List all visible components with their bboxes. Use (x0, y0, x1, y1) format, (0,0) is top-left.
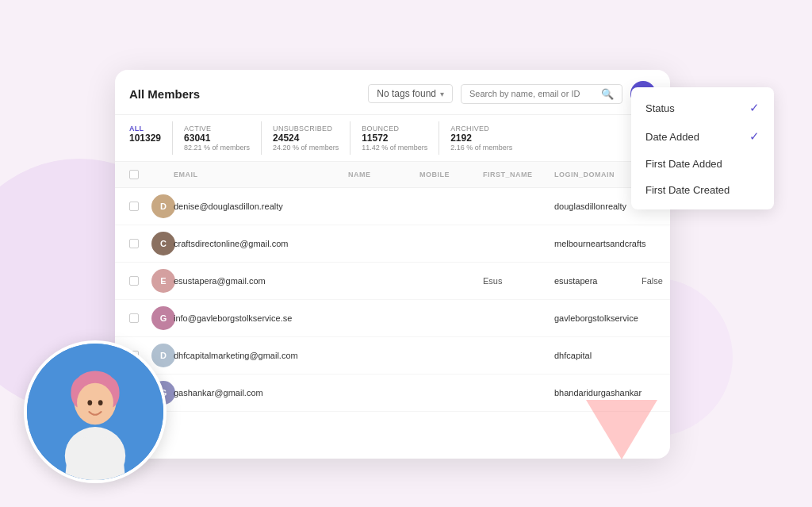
tag-dropdown[interactable]: No tags found ▾ (368, 84, 453, 103)
stat-value-active: 63041 (184, 133, 250, 144)
stat-value-all: 101329 (129, 133, 161, 144)
cell-domain: gavleborgstolkservice (554, 313, 642, 324)
page-title: All Members (129, 87, 200, 101)
th-email: EMAIL (174, 171, 348, 179)
select-all-checkbox[interactable] (129, 170, 139, 179)
stat-all[interactable]: ALL 101329 (129, 121, 173, 155)
th-mobile: MOBILE (419, 171, 483, 179)
avatar: C (151, 232, 175, 255)
dropdown-item-first-date-added[interactable]: First Date Added (631, 151, 774, 177)
cell-email: craftsdirectonline@gmail.com (174, 239, 348, 248)
row-checkbox-cell (129, 202, 151, 211)
table-body: D denise@douglasdillon.realty douglasdil… (115, 188, 670, 412)
dropdown-item-date-added[interactable]: Date Added ✓ (631, 122, 774, 151)
stats-row: ALL 101329 ACTIVE 63041 82.21 % of membe… (115, 115, 670, 162)
th-firstname: first_name (483, 171, 554, 179)
cell-domain: bhandaridurgashankar (554, 387, 642, 398)
search-input[interactable] (469, 89, 596, 98)
avatar: D (151, 194, 175, 218)
header-right: No tags found ▾ 🔍 ⚙ (368, 81, 656, 106)
table-head: EMAIL NAME MOBILE first_name login_domai… (115, 162, 670, 188)
search-icon[interactable]: 🔍 (601, 88, 614, 100)
stat-archived[interactable]: ARCHIVED 2192 2.16 % of members (450, 121, 523, 155)
triangle-decoration (586, 400, 657, 459)
stat-unsubscribed[interactable]: UNSUBSCRIBED 24524 24.20 % of members (273, 121, 350, 155)
cell-email: esustapera@gmail.com (174, 276, 348, 286)
cell-sell-online: False (642, 276, 670, 286)
cell-email: info@gavleborgstolkservice.se (174, 313, 348, 323)
svg-point-7 (98, 400, 103, 405)
chevron-down-icon: ▾ (440, 90, 444, 98)
table-row: E esustapera@gmail.com Esus esustapera F… (115, 263, 670, 300)
cell-firstname: Esus (483, 276, 554, 286)
stat-label-all: ALL (129, 125, 161, 133)
svg-point-5 (77, 383, 113, 423)
th-name: NAME (348, 171, 419, 179)
stat-bounced[interactable]: BOUNCED 11572 11.42 % of members (362, 121, 439, 155)
cell-domain: esustapera (554, 275, 642, 286)
dropdown-item-label: Date Added (645, 131, 699, 143)
cell-email: dhfcapitalmarketing@gmail.com (174, 351, 348, 360)
card-header: All Members No tags found ▾ 🔍 ⚙ (115, 70, 670, 115)
stat-label-unsubscribed: UNSUBSCRIBED (273, 125, 339, 133)
table-row: D dhfcapitalmarketing@gmail.com dhfcapit… (115, 337, 670, 374)
stat-label-active: ACTIVE (184, 125, 250, 133)
dropdown-item-status[interactable]: Status ✓ (631, 94, 774, 122)
avatar: G (151, 306, 175, 330)
table-row: D denise@douglasdillon.realty douglasdil… (115, 188, 670, 225)
stat-value-unsubscribed: 24524 (273, 133, 339, 144)
stat-pct-bounced: 11.42 % of members (362, 144, 427, 152)
search-box: 🔍 (461, 84, 622, 104)
svg-point-6 (87, 400, 92, 405)
th-login-domain: login_domain (554, 171, 642, 179)
avatar: E (151, 269, 175, 293)
dropdown-item-label: Status (645, 102, 675, 114)
row-checkbox[interactable] (129, 202, 139, 211)
header-checkbox-cell (129, 170, 151, 179)
row-checkbox-cell (129, 239, 151, 248)
table-row: C craftsdirectonline@gmail.com melbourne… (115, 225, 670, 263)
row-checkbox[interactable] (129, 239, 139, 248)
stat-label-archived: ARCHIVED (450, 125, 512, 133)
row-checkbox[interactable] (129, 276, 139, 286)
dropdown-item-first-date-created[interactable]: First Date Created (631, 177, 774, 203)
stat-pct-archived: 2.16 % of members (450, 144, 512, 152)
cell-email: denise@douglasdillon.realty (174, 202, 348, 211)
row-checkbox-cell (129, 276, 151, 286)
cell-domain: melbourneartsandcrafts (554, 238, 642, 249)
stat-label-bounced: BOUNCED (362, 125, 427, 133)
stat-pct-unsubscribed: 24.20 % of members (273, 144, 339, 152)
row-checkbox[interactable] (129, 313, 139, 323)
check-icon: ✓ (749, 129, 760, 144)
dropdown-item-label: First Date Created (645, 184, 730, 196)
column-chooser-dropdown: Status ✓ Date Added ✓ First Date Added F… (631, 87, 774, 209)
stat-value-bounced: 11572 (362, 133, 427, 144)
row-checkbox-cell (129, 313, 151, 323)
check-icon: ✓ (749, 101, 760, 115)
tag-dropdown-label: No tags found (377, 88, 436, 99)
floating-avatar (24, 340, 167, 483)
cell-email: gashankar@gmail.com (174, 388, 348, 398)
stat-pct-active: 82.21 % of members (184, 144, 250, 152)
stat-active[interactable]: ACTIVE 63041 82.21 % of members (184, 121, 262, 155)
stat-value-archived: 2192 (450, 133, 512, 144)
avatar: D (151, 344, 175, 367)
cell-domain: douglasdillonrealty (554, 201, 642, 212)
table-row: G info@gavleborgstolkservice.se gavlebor… (115, 300, 670, 337)
dropdown-item-label: First Date Added (645, 158, 722, 170)
cell-domain: dhfcapital (554, 350, 642, 361)
